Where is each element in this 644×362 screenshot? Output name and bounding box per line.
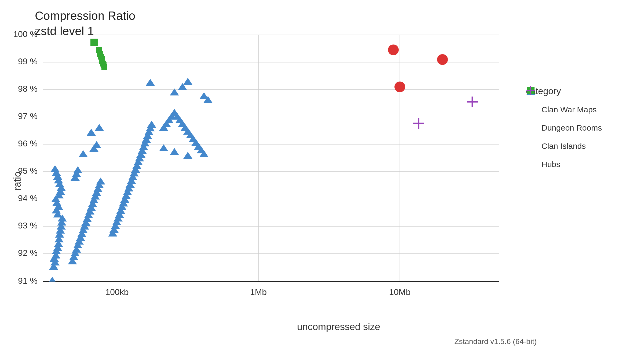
svg-text:95 %: 95 % <box>18 166 38 176</box>
svg-text:99 %: 99 % <box>18 57 38 66</box>
svg-rect-154 <box>101 64 107 70</box>
svg-text:93 %: 93 % <box>18 221 38 230</box>
svg-marker-60 <box>50 165 60 172</box>
svg-point-156 <box>437 54 448 65</box>
svg-marker-86 <box>79 150 88 157</box>
svg-text:96 %: 96 % <box>18 139 38 148</box>
svg-rect-5 <box>43 35 499 282</box>
svg-text:97 %: 97 % <box>18 111 38 121</box>
chart-svg: 100 % 99 % 98 % 97 % 96 % 95 % 94 % 93 %… <box>0 0 644 362</box>
chart-container: Compression Ratio zstd level 1 ratio unc… <box>0 0 644 362</box>
svg-marker-120 <box>147 121 156 128</box>
svg-marker-34 <box>48 277 57 284</box>
svg-rect-146 <box>90 39 98 46</box>
clan-islands-points <box>90 39 107 70</box>
svg-text:100 %: 100 % <box>13 29 38 39</box>
svg-point-157 <box>394 82 405 92</box>
svg-text:100kb: 100kb <box>105 287 129 297</box>
svg-marker-144 <box>170 148 179 155</box>
svg-text:92 %: 92 % <box>18 248 38 258</box>
svg-marker-89 <box>87 129 96 136</box>
svg-point-155 <box>388 45 399 55</box>
svg-marker-90 <box>95 124 104 131</box>
clan-war-maps-points <box>388 45 448 92</box>
svg-marker-143 <box>159 144 168 151</box>
svg-text:94 %: 94 % <box>18 193 38 203</box>
dungeon-rooms-points <box>48 78 213 284</box>
svg-marker-82 <box>96 178 105 184</box>
svg-marker-145 <box>183 152 192 159</box>
svg-marker-138 <box>183 78 192 85</box>
svg-text:98 %: 98 % <box>18 84 38 94</box>
svg-text:10Mb: 10Mb <box>389 287 411 297</box>
svg-text:1Mb: 1Mb <box>250 287 267 297</box>
svg-marker-140 <box>146 79 155 86</box>
svg-marker-88 <box>92 141 101 148</box>
svg-text:91 %: 91 % <box>18 276 38 286</box>
svg-marker-85 <box>73 166 82 173</box>
hubs-points <box>413 97 478 129</box>
